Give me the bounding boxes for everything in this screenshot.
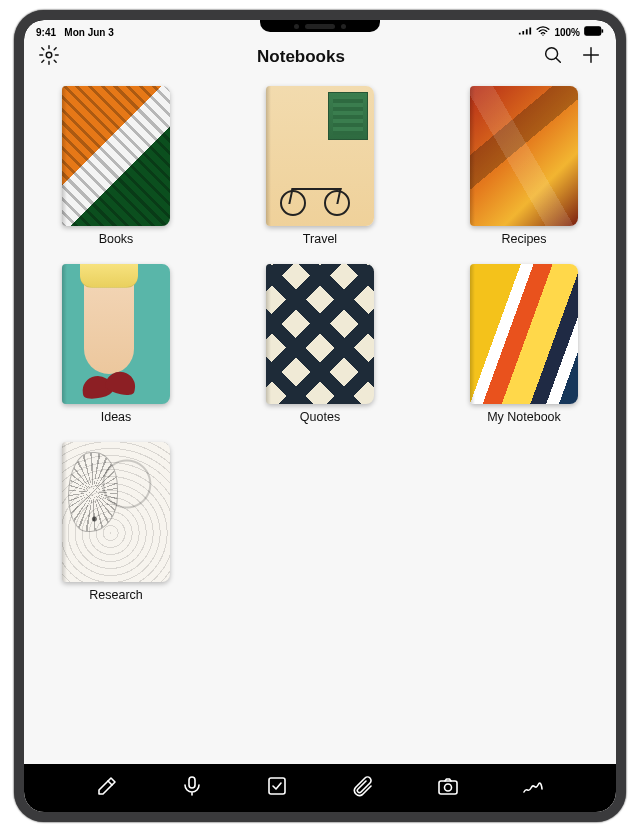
status-right: 100% [518, 26, 604, 38]
notebook-label: Research [89, 588, 143, 602]
notebook-item[interactable]: Travel [266, 86, 374, 246]
status-battery: 100% [554, 27, 580, 38]
svg-rect-1 [602, 29, 604, 32]
svg-point-10 [444, 784, 451, 791]
notebook-label: Quotes [300, 410, 340, 424]
voice-note-button[interactable] [180, 776, 204, 800]
device-notch [260, 20, 380, 32]
notebook-cover [470, 86, 578, 226]
svg-line-4 [556, 58, 560, 62]
notebook-cover [62, 86, 170, 226]
signal-icon [518, 26, 532, 38]
bottom-toolbar [24, 764, 616, 812]
settings-button[interactable] [38, 46, 60, 68]
notebook-cover [62, 264, 170, 404]
notebook-cover [266, 264, 374, 404]
checklist-icon [265, 774, 289, 802]
checklist-button[interactable] [265, 776, 289, 800]
svg-rect-0 [585, 27, 601, 35]
notebook-item[interactable]: Ideas [62, 264, 170, 424]
search-icon [542, 44, 564, 70]
svg-rect-7 [189, 777, 195, 788]
notebook-cover [62, 442, 170, 582]
mic-icon [180, 774, 204, 802]
notebook-label: My Notebook [487, 410, 561, 424]
notebook-item[interactable]: My Notebook [470, 264, 578, 424]
battery-icon [584, 26, 604, 38]
notebook-grid-container: BooksTravelRecipesIdeasQuotesMy Notebook… [24, 78, 616, 764]
notebook-label: Ideas [101, 410, 132, 424]
notebook-item[interactable]: Recipes [470, 86, 578, 246]
notebook-item[interactable]: Books [62, 86, 170, 246]
plus-icon [580, 44, 602, 70]
tablet-frame: 9:41 Mon Jun 3 100% [14, 10, 626, 822]
svg-rect-9 [439, 781, 457, 794]
paperclip-icon [351, 774, 375, 802]
notebook-item[interactable]: Research [62, 442, 170, 602]
svg-point-2 [46, 52, 52, 58]
svg-rect-8 [269, 778, 285, 794]
attach-button[interactable] [351, 776, 375, 800]
notebook-label: Travel [303, 232, 337, 246]
page-title: Notebooks [257, 47, 345, 67]
add-notebook-button[interactable] [580, 46, 602, 68]
compose-button[interactable] [95, 776, 119, 800]
app-header: Notebooks [24, 40, 616, 78]
wifi-icon [536, 26, 550, 38]
screen: 9:41 Mon Jun 3 100% [24, 20, 616, 812]
notebook-label: Books [99, 232, 134, 246]
notebook-cover [266, 86, 374, 226]
camera-icon [436, 774, 460, 802]
notebook-cover [470, 264, 578, 404]
gear-icon [38, 44, 60, 70]
sketch-button[interactable] [521, 776, 545, 800]
sketch-icon [521, 774, 545, 802]
search-button[interactable] [542, 46, 564, 68]
camera-button[interactable] [436, 776, 460, 800]
status-time: 9:41 [36, 27, 56, 38]
compose-icon [95, 774, 119, 802]
notebook-label: Recipes [501, 232, 546, 246]
status-date: Mon Jun 3 [64, 27, 113, 38]
notebook-item[interactable]: Quotes [266, 264, 374, 424]
status-left: 9:41 Mon Jun 3 [36, 27, 114, 38]
